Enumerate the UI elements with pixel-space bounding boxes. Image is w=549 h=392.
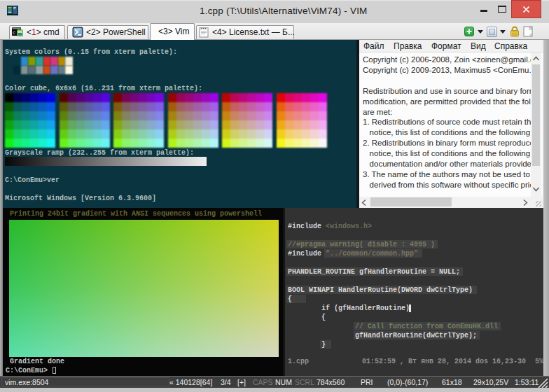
svg-text:c: c: [13, 30, 15, 36]
